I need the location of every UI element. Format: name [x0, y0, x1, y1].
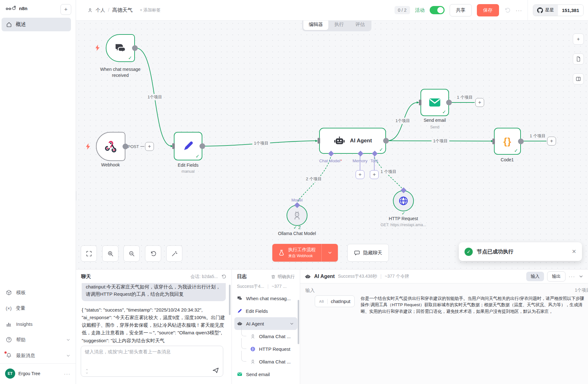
workflow-name[interactable]: 高德天气 [112, 7, 132, 14]
input-connector[interactable] [419, 100, 421, 105]
sidebar-item-whats-new[interactable]: 最新消息 [0, 348, 76, 363]
node-send-email[interactable]: ✓ [420, 89, 449, 116]
node-http-request[interactable] [393, 190, 414, 211]
node-code1[interactable]: {} ✓ [494, 128, 521, 155]
output-connector[interactable] [132, 45, 138, 51]
output-connector[interactable] [446, 100, 452, 105]
output-connector[interactable] [383, 138, 389, 144]
sidebar-item-overview[interactable]: 概述 [2, 18, 71, 31]
log-entry-send-email[interactable]: Send email [232, 368, 300, 381]
input-tab-button[interactable]: 输入 [526, 272, 544, 281]
send-message-button[interactable] [212, 367, 219, 374]
insights-label: Insights [16, 321, 33, 327]
new-workflow-button[interactable]: + [60, 4, 71, 15]
log-entry-edit-fields[interactable]: Edit Fields [232, 305, 300, 317]
share-button[interactable]: 共享 [450, 4, 472, 16]
logo-row: n8n + [0, 0, 76, 15]
sidebar-item-help[interactable]: 帮助 [0, 332, 76, 348]
node-sublabel: manual [163, 169, 213, 174]
breadcrumb: 个人 / 高德天气 + 添加标签 [87, 7, 161, 14]
detail-more-button[interactable]: ··· [569, 274, 575, 279]
user-more-button[interactable]: ··· [64, 371, 71, 376]
workflow-canvas[interactable]: 编辑器 执行 评估 [76, 21, 588, 269]
execute-options-button[interactable] [321, 244, 338, 262]
breadcrumb-project[interactable]: 个人 [96, 7, 105, 13]
node-label: Send email [409, 117, 460, 123]
chat-message-input[interactable] [85, 349, 219, 354]
input-connector[interactable] [172, 143, 175, 149]
tab-executions[interactable]: 执行 [329, 19, 349, 30]
tab-evaluations[interactable]: 评估 [350, 19, 370, 30]
add-node-panel-button[interactable]: + [573, 34, 584, 45]
log-scrollbar[interactable] [298, 300, 299, 344]
output-connector[interactable] [518, 139, 524, 144]
add-node-button[interactable]: + [547, 137, 556, 146]
field-name: chatInput [331, 299, 351, 304]
output-connector[interactable] [123, 144, 128, 149]
log-entry-ollama-2[interactable]: Ollama Chat ... [232, 355, 300, 368]
flask-icon [278, 249, 285, 256]
input-items-count: 1个项目 [575, 288, 588, 293]
llama-icon [250, 359, 256, 364]
clear-execution-button[interactable]: 明确执行 [271, 274, 295, 280]
sidebar-item-variables[interactable]: (×) 变量 [0, 300, 76, 316]
node-edit-fields[interactable]: ✓ [174, 132, 202, 160]
success-toast: ✓ 节点已成功执行 ✕ [459, 242, 582, 261]
node-ai-agent[interactable]: AI Agent ✓ [319, 128, 386, 154]
log-summary: Success于4... | ~377 ... [232, 283, 300, 292]
add-tag-button[interactable]: + 添加标签 [140, 7, 161, 13]
sidebar-item-templates[interactable]: 模板 [0, 285, 76, 300]
chevron-down-icon[interactable] [579, 274, 584, 279]
output-tab-button[interactable]: 输出 [547, 271, 566, 282]
toggle-panel-button[interactable] [573, 73, 584, 84]
zoom-in-button[interactable] [102, 245, 118, 262]
tree-elbow [241, 351, 246, 362]
cube-icon [6, 289, 12, 296]
input-connector[interactable] [492, 139, 495, 144]
reset-session-icon[interactable] [221, 274, 226, 279]
node-when-chat-message-received[interactable]: ✓ [106, 34, 135, 62]
chat-title: 聊天 [81, 273, 91, 280]
success-check-icon: ✓ [514, 148, 518, 153]
field-chip-chatinput[interactable]: AB chatInput [315, 295, 355, 307]
chat-trigger-icon [114, 42, 127, 54]
input-connector[interactable] [318, 138, 320, 144]
hide-chat-button[interactable]: 隐藏聊天 [347, 244, 389, 262]
add-memory-button[interactable]: + [356, 170, 364, 179]
execute-workflow-button[interactable]: 执行工作流程来自 Webhook [272, 244, 338, 262]
port-label-chat-model: Chat Model* [319, 158, 342, 163]
add-node-button[interactable]: + [475, 98, 484, 107]
output-connector[interactable] [199, 143, 205, 149]
trigger-bolt-icon [94, 44, 101, 53]
github-icon [537, 7, 543, 13]
node-webhook[interactable] [96, 132, 125, 161]
toggle-knob [437, 7, 444, 13]
sticky-note-button[interactable] [573, 53, 584, 65]
toast-check-icon: ✓ [465, 248, 473, 256]
sidebar-item-insights[interactable]: Insights [0, 316, 76, 332]
bell-icon [6, 352, 12, 359]
chat-input-box[interactable] [81, 346, 223, 377]
history-up-icon[interactable] [85, 368, 89, 371]
user-menu[interactable]: ET Ergou Tree ··· [0, 363, 76, 384]
github-star-widget[interactable]: 星星 151,381 [533, 4, 584, 16]
save-button[interactable]: 保存 [477, 4, 499, 16]
log-entry-trigger[interactable]: When chat messag... [232, 292, 300, 305]
log-panel: 日志 明确执行 Success于4... | ~377 ... When cha… [232, 269, 300, 384]
zoom-to-fit-button[interactable] [81, 245, 97, 262]
undo-button[interactable] [145, 245, 161, 262]
add-tool-button[interactable]: + [370, 170, 379, 179]
tidy-up-button[interactable] [166, 245, 182, 262]
edge-label-items: 1 个项目 [455, 94, 474, 101]
toast-message: 节点已成功执行 [477, 248, 568, 255]
tab-editor[interactable]: 编辑器 [303, 19, 328, 30]
variables-label: 变量 [16, 305, 25, 311]
active-toggle[interactable] [430, 6, 445, 14]
workflow-more-button[interactable]: ··· [516, 8, 522, 13]
toast-close-icon[interactable]: ✕ [572, 248, 576, 255]
chat-scrollbar[interactable] [229, 285, 231, 315]
add-node-button[interactable]: + [145, 142, 154, 151]
zoom-out-button[interactable] [123, 245, 140, 262]
chat-messages[interactable]: chatinput:今天石家庄天气如何，该穿什么，为我设计出行计划，请调用HTT… [76, 283, 231, 345]
history-down-icon[interactable] [85, 372, 89, 375]
